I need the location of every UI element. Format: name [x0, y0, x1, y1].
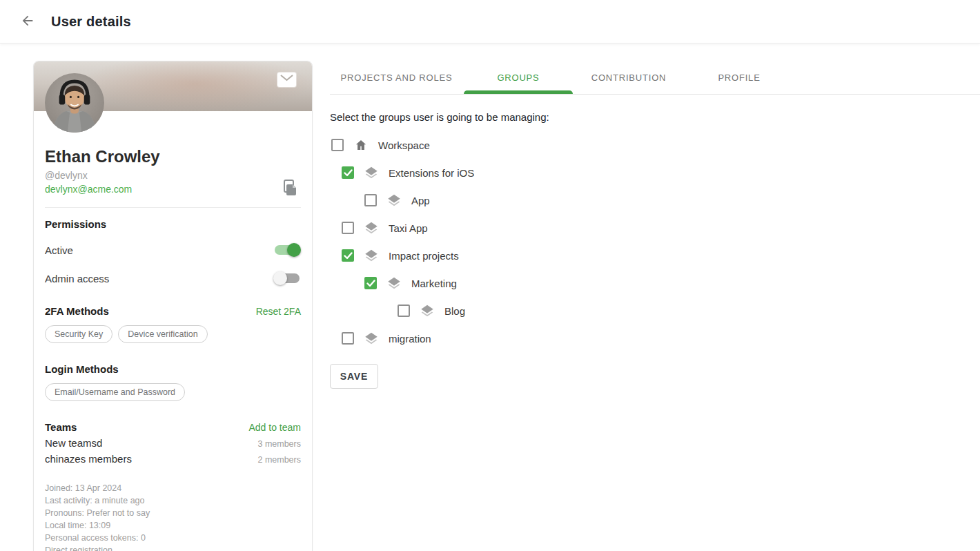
identity-block: Ethan Crowley @devlynx devlynx@acme.com	[45, 147, 301, 195]
team-row: New teamsd 3 members	[45, 437, 301, 449]
copy-icon	[282, 188, 298, 199]
tree-row-migration: migration	[342, 325, 980, 352]
toggle-label: Active	[45, 244, 73, 256]
back-button[interactable]	[17, 10, 39, 32]
tree-row-marketing: Marketing	[364, 269, 980, 297]
layers-icon	[364, 331, 379, 346]
extensions-for-ios-checkbox[interactable]	[342, 166, 354, 179]
meta-access-tokens: Personal access tokens: 0	[45, 532, 301, 544]
layers-icon	[364, 165, 379, 180]
tree-row-impact-projects: Impact projects	[342, 242, 980, 269]
team-name: New teamsd	[45, 437, 102, 449]
avatar	[45, 73, 104, 133]
groups-instruction: Select the groups user is going to be ma…	[330, 111, 980, 123]
team-name: chinazes members	[45, 453, 132, 465]
meta-block: Joined: 13 Apr 2024 Last activity: a min…	[45, 482, 301, 551]
tab-bar: PROJECTS AND ROLES GROUPS CONTRIBUTION P…	[330, 61, 980, 95]
section-divider	[45, 207, 301, 208]
permissions-title: Permissions	[45, 218, 301, 230]
workspace-checkbox[interactable]	[331, 139, 344, 151]
admin-access-toggle[interactable]	[275, 273, 300, 283]
content: Ethan Crowley @devlynx devlynx@acme.com …	[0, 44, 980, 551]
toggle-knob	[273, 271, 287, 285]
copy-email-button[interactable]	[280, 179, 300, 198]
add-to-team-link[interactable]: Add to team	[249, 422, 302, 433]
team-members-count: 3 members	[257, 439, 301, 449]
login-chip: Email/Username and Password	[45, 383, 185, 401]
meta-joined: Joined: 13 Apr 2024	[45, 482, 301, 494]
team-members-count: 2 members	[257, 455, 301, 465]
tab-projects-and-roles[interactable]: PROJECTS AND ROLES	[330, 61, 463, 94]
layers-icon	[420, 303, 435, 318]
tree-node-label: Impact projects	[389, 250, 459, 262]
marketing-checkbox[interactable]	[364, 277, 377, 289]
tree-row-taxi-app: Taxi App	[342, 214, 980, 242]
layers-icon	[364, 220, 379, 235]
layers-icon	[386, 276, 402, 291]
arrow-left-icon	[20, 13, 35, 30]
groups-tree: Workspace Extensions for iOS App Taxi Ap…	[330, 131, 980, 352]
tree-row-blog: Blog	[398, 297, 980, 325]
toggle-label: Admin access	[45, 273, 109, 284]
layers-icon	[386, 193, 402, 208]
tab-profile[interactable]: PROFILE	[684, 61, 794, 94]
login-methods-title: Login Methods	[45, 363, 301, 375]
tree-node-label: App	[411, 195, 430, 206]
twofa-title: 2FA Methods	[45, 305, 109, 317]
twofa-header: 2FA Methods Reset 2FA	[45, 305, 301, 317]
layers-icon	[364, 248, 379, 263]
tree-node-label: migration	[389, 333, 431, 345]
tree-node-label: Taxi App	[389, 222, 428, 234]
active-toggle[interactable]	[275, 245, 300, 255]
taxi-app-checkbox[interactable]	[342, 222, 354, 234]
team-row: chinazes members 2 members	[45, 453, 301, 465]
tab-groups[interactable]: GROUPS	[463, 61, 574, 94]
tree-node-label: Workspace	[378, 139, 430, 151]
meta-last-activity: Last activity: a minute ago	[45, 494, 301, 507]
tree-row-workspace: Workspace	[331, 131, 980, 159]
user-email-link[interactable]: devlynx@acme.com	[45, 184, 132, 195]
toggle-knob	[287, 243, 301, 257]
save-button[interactable]: SAVE	[330, 364, 378, 389]
tree-node-label: Extensions for iOS	[389, 167, 474, 179]
toggle-row-admin: Admin access	[45, 270, 301, 287]
tab-contribution[interactable]: CONTRIBUTION	[574, 61, 684, 94]
blog-checkbox[interactable]	[398, 304, 410, 317]
teams-header: Teams Add to team	[45, 421, 301, 433]
profile-details: Ethan Crowley @devlynx devlynx@acme.com …	[34, 111, 312, 551]
user-handle: @devlynx	[45, 170, 301, 181]
tree-node-label: Blog	[444, 305, 465, 317]
tree-node-label: Marketing	[411, 278, 457, 289]
app-header: User details	[0, 0, 980, 44]
meta-local-time: Local time: 13:09	[45, 519, 301, 532]
detail-pane: PROJECTS AND ROLES GROUPS CONTRIBUTION P…	[330, 61, 980, 389]
profile-card: Ethan Crowley @devlynx devlynx@acme.com …	[33, 61, 313, 551]
tree-row-app: App	[364, 186, 980, 214]
login-chips: Email/Username and Password	[45, 383, 301, 401]
tree-row-extensions-for-ios: Extensions for iOS	[342, 159, 980, 186]
migration-checkbox[interactable]	[342, 332, 354, 345]
app-checkbox[interactable]	[364, 194, 377, 206]
page-title: User details	[51, 14, 131, 30]
user-name: Ethan Crowley	[45, 147, 301, 166]
twofa-chip: Security Key	[45, 325, 112, 343]
teams-title: Teams	[45, 421, 77, 433]
toggle-row-active: Active	[45, 242, 301, 258]
twofa-chip: Device verification	[118, 325, 207, 343]
impact-projects-checkbox[interactable]	[342, 249, 354, 262]
home-icon	[353, 137, 369, 153]
meta-registration: Direct registration	[45, 544, 301, 551]
twofa-chips: Security Key Device verification	[45, 325, 301, 343]
send-mail-button[interactable]	[277, 72, 296, 87]
meta-pronouns: Pronouns: Prefer not to say	[45, 507, 301, 519]
reset-2fa-link[interactable]: Reset 2FA	[256, 306, 301, 317]
mail-envelope-icon	[280, 74, 294, 86]
